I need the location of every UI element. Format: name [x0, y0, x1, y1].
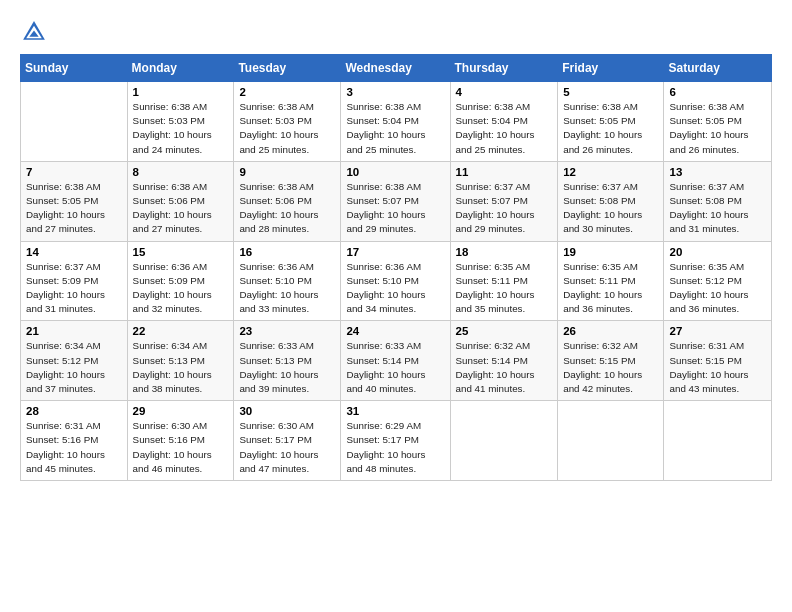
calendar-body: 1Sunrise: 6:38 AM Sunset: 5:03 PM Daylig… — [21, 82, 772, 481]
day-info: Sunrise: 6:38 AM Sunset: 5:06 PM Dayligh… — [239, 180, 335, 237]
day-cell: 2Sunrise: 6:38 AM Sunset: 5:03 PM Daylig… — [234, 82, 341, 162]
page: SundayMondayTuesdayWednesdayThursdayFrid… — [0, 0, 792, 491]
day-cell: 21Sunrise: 6:34 AM Sunset: 5:12 PM Dayli… — [21, 321, 128, 401]
day-number: 27 — [669, 325, 766, 337]
col-header-sunday: Sunday — [21, 55, 128, 82]
day-cell — [21, 82, 128, 162]
day-number: 8 — [133, 166, 229, 178]
calendar-header: SundayMondayTuesdayWednesdayThursdayFrid… — [21, 55, 772, 82]
day-number: 17 — [346, 246, 444, 258]
day-cell — [664, 401, 772, 481]
day-number: 30 — [239, 405, 335, 417]
day-cell: 12Sunrise: 6:37 AM Sunset: 5:08 PM Dayli… — [558, 161, 664, 241]
day-number: 14 — [26, 246, 122, 258]
week-row-5: 28Sunrise: 6:31 AM Sunset: 5:16 PM Dayli… — [21, 401, 772, 481]
day-info: Sunrise: 6:33 AM Sunset: 5:13 PM Dayligh… — [239, 339, 335, 396]
day-cell: 11Sunrise: 6:37 AM Sunset: 5:07 PM Dayli… — [450, 161, 558, 241]
day-info: Sunrise: 6:38 AM Sunset: 5:05 PM Dayligh… — [563, 100, 658, 157]
day-cell: 23Sunrise: 6:33 AM Sunset: 5:13 PM Dayli… — [234, 321, 341, 401]
day-cell: 30Sunrise: 6:30 AM Sunset: 5:17 PM Dayli… — [234, 401, 341, 481]
day-cell — [558, 401, 664, 481]
day-info: Sunrise: 6:32 AM Sunset: 5:15 PM Dayligh… — [563, 339, 658, 396]
day-info: Sunrise: 6:38 AM Sunset: 5:06 PM Dayligh… — [133, 180, 229, 237]
week-row-2: 7Sunrise: 6:38 AM Sunset: 5:05 PM Daylig… — [21, 161, 772, 241]
day-info: Sunrise: 6:34 AM Sunset: 5:13 PM Dayligh… — [133, 339, 229, 396]
day-cell: 15Sunrise: 6:36 AM Sunset: 5:09 PM Dayli… — [127, 241, 234, 321]
day-number: 21 — [26, 325, 122, 337]
day-number: 25 — [456, 325, 553, 337]
day-number: 10 — [346, 166, 444, 178]
day-cell: 8Sunrise: 6:38 AM Sunset: 5:06 PM Daylig… — [127, 161, 234, 241]
day-cell: 9Sunrise: 6:38 AM Sunset: 5:06 PM Daylig… — [234, 161, 341, 241]
calendar: SundayMondayTuesdayWednesdayThursdayFrid… — [20, 54, 772, 481]
col-header-monday: Monday — [127, 55, 234, 82]
day-cell — [450, 401, 558, 481]
day-number: 11 — [456, 166, 553, 178]
day-cell: 31Sunrise: 6:29 AM Sunset: 5:17 PM Dayli… — [341, 401, 450, 481]
day-cell: 7Sunrise: 6:38 AM Sunset: 5:05 PM Daylig… — [21, 161, 128, 241]
day-info: Sunrise: 6:35 AM Sunset: 5:11 PM Dayligh… — [456, 260, 553, 317]
day-cell: 3Sunrise: 6:38 AM Sunset: 5:04 PM Daylig… — [341, 82, 450, 162]
day-number: 20 — [669, 246, 766, 258]
day-cell: 24Sunrise: 6:33 AM Sunset: 5:14 PM Dayli… — [341, 321, 450, 401]
day-number: 6 — [669, 86, 766, 98]
header-row: SundayMondayTuesdayWednesdayThursdayFrid… — [21, 55, 772, 82]
day-info: Sunrise: 6:38 AM Sunset: 5:03 PM Dayligh… — [133, 100, 229, 157]
logo-icon — [20, 18, 48, 46]
day-info: Sunrise: 6:31 AM Sunset: 5:16 PM Dayligh… — [26, 419, 122, 476]
day-cell: 19Sunrise: 6:35 AM Sunset: 5:11 PM Dayli… — [558, 241, 664, 321]
col-header-tuesday: Tuesday — [234, 55, 341, 82]
header — [20, 18, 772, 46]
day-info: Sunrise: 6:36 AM Sunset: 5:09 PM Dayligh… — [133, 260, 229, 317]
day-info: Sunrise: 6:33 AM Sunset: 5:14 PM Dayligh… — [346, 339, 444, 396]
col-header-wednesday: Wednesday — [341, 55, 450, 82]
day-info: Sunrise: 6:38 AM Sunset: 5:04 PM Dayligh… — [456, 100, 553, 157]
day-cell: 22Sunrise: 6:34 AM Sunset: 5:13 PM Dayli… — [127, 321, 234, 401]
day-cell: 20Sunrise: 6:35 AM Sunset: 5:12 PM Dayli… — [664, 241, 772, 321]
day-cell: 29Sunrise: 6:30 AM Sunset: 5:16 PM Dayli… — [127, 401, 234, 481]
day-info: Sunrise: 6:37 AM Sunset: 5:08 PM Dayligh… — [563, 180, 658, 237]
day-number: 1 — [133, 86, 229, 98]
day-info: Sunrise: 6:38 AM Sunset: 5:03 PM Dayligh… — [239, 100, 335, 157]
col-header-friday: Friday — [558, 55, 664, 82]
day-number: 5 — [563, 86, 658, 98]
day-info: Sunrise: 6:37 AM Sunset: 5:09 PM Dayligh… — [26, 260, 122, 317]
day-info: Sunrise: 6:30 AM Sunset: 5:17 PM Dayligh… — [239, 419, 335, 476]
day-number: 4 — [456, 86, 553, 98]
day-number: 13 — [669, 166, 766, 178]
day-number: 15 — [133, 246, 229, 258]
day-info: Sunrise: 6:32 AM Sunset: 5:14 PM Dayligh… — [456, 339, 553, 396]
day-info: Sunrise: 6:35 AM Sunset: 5:12 PM Dayligh… — [669, 260, 766, 317]
day-cell: 5Sunrise: 6:38 AM Sunset: 5:05 PM Daylig… — [558, 82, 664, 162]
col-header-saturday: Saturday — [664, 55, 772, 82]
day-cell: 14Sunrise: 6:37 AM Sunset: 5:09 PM Dayli… — [21, 241, 128, 321]
day-number: 28 — [26, 405, 122, 417]
day-number: 12 — [563, 166, 658, 178]
day-info: Sunrise: 6:37 AM Sunset: 5:08 PM Dayligh… — [669, 180, 766, 237]
day-number: 19 — [563, 246, 658, 258]
day-number: 3 — [346, 86, 444, 98]
day-number: 22 — [133, 325, 229, 337]
day-cell: 28Sunrise: 6:31 AM Sunset: 5:16 PM Dayli… — [21, 401, 128, 481]
day-number: 16 — [239, 246, 335, 258]
day-cell: 18Sunrise: 6:35 AM Sunset: 5:11 PM Dayli… — [450, 241, 558, 321]
day-info: Sunrise: 6:30 AM Sunset: 5:16 PM Dayligh… — [133, 419, 229, 476]
day-cell: 1Sunrise: 6:38 AM Sunset: 5:03 PM Daylig… — [127, 82, 234, 162]
day-number: 18 — [456, 246, 553, 258]
day-info: Sunrise: 6:38 AM Sunset: 5:04 PM Dayligh… — [346, 100, 444, 157]
day-cell: 16Sunrise: 6:36 AM Sunset: 5:10 PM Dayli… — [234, 241, 341, 321]
day-number: 7 — [26, 166, 122, 178]
week-row-3: 14Sunrise: 6:37 AM Sunset: 5:09 PM Dayli… — [21, 241, 772, 321]
day-cell: 4Sunrise: 6:38 AM Sunset: 5:04 PM Daylig… — [450, 82, 558, 162]
day-info: Sunrise: 6:36 AM Sunset: 5:10 PM Dayligh… — [346, 260, 444, 317]
day-info: Sunrise: 6:29 AM Sunset: 5:17 PM Dayligh… — [346, 419, 444, 476]
day-info: Sunrise: 6:31 AM Sunset: 5:15 PM Dayligh… — [669, 339, 766, 396]
day-cell: 6Sunrise: 6:38 AM Sunset: 5:05 PM Daylig… — [664, 82, 772, 162]
day-info: Sunrise: 6:36 AM Sunset: 5:10 PM Dayligh… — [239, 260, 335, 317]
day-cell: 13Sunrise: 6:37 AM Sunset: 5:08 PM Dayli… — [664, 161, 772, 241]
day-number: 26 — [563, 325, 658, 337]
day-cell: 10Sunrise: 6:38 AM Sunset: 5:07 PM Dayli… — [341, 161, 450, 241]
day-number: 2 — [239, 86, 335, 98]
week-row-1: 1Sunrise: 6:38 AM Sunset: 5:03 PM Daylig… — [21, 82, 772, 162]
day-number: 31 — [346, 405, 444, 417]
